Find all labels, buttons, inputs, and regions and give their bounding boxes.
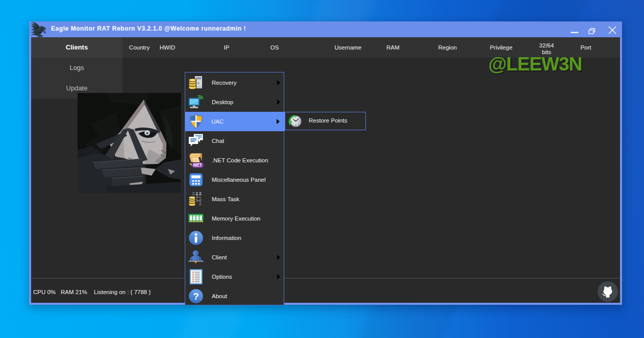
svg-text:NET: NET [193, 162, 203, 167]
svg-text:?: ? [193, 291, 199, 302]
